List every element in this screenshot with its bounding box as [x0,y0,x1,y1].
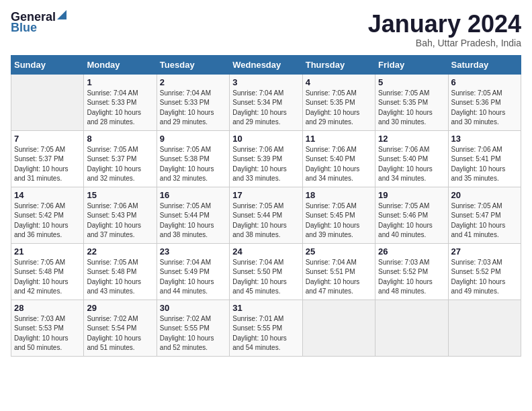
calendar-table: SundayMondayTuesdayWednesdayThursdayFrid… [11,55,521,357]
day-number: 11 [306,134,372,144]
calendar-cell: 2Sunrise: 7:04 AM Sunset: 5:33 PM Daylig… [157,74,229,130]
day-info: Sunrise: 7:06 AM Sunset: 5:42 PM Dayligh… [14,201,81,240]
calendar-cell: 10Sunrise: 7:06 AM Sunset: 5:39 PM Dayli… [230,130,302,187]
calendar-cell: 27Sunrise: 7:03 AM Sunset: 5:52 PM Dayli… [448,243,521,300]
day-info: Sunrise: 7:04 AM Sunset: 5:34 PM Dayligh… [232,89,299,128]
day-info: Sunrise: 7:06 AM Sunset: 5:40 PM Dayligh… [378,145,445,184]
day-number: 10 [232,134,299,144]
day-number: 3 [232,77,299,87]
logo-blue: Blue [11,21,66,34]
calendar-cell: 12Sunrise: 7:06 AM Sunset: 5:40 PM Dayli… [375,130,448,187]
day-number: 20 [451,190,518,200]
day-info: Sunrise: 7:06 AM Sunset: 5:43 PM Dayligh… [87,201,153,240]
day-number: 31 [232,303,299,313]
page-header: General Blue January 2024 Bah, Uttar Pra… [11,11,521,48]
calendar-cell: 15Sunrise: 7:06 AM Sunset: 5:43 PM Dayli… [84,187,157,243]
calendar-cell: 24Sunrise: 7:04 AM Sunset: 5:50 PM Dayli… [230,243,302,300]
day-number: 12 [378,134,445,144]
day-number: 14 [14,190,81,200]
col-header-monday: Monday [84,55,157,74]
calendar-cell [448,300,521,356]
week-row-1: 7Sunrise: 7:05 AM Sunset: 5:37 PM Daylig… [11,130,521,187]
day-number: 8 [87,134,153,144]
calendar-cell: 1Sunrise: 7:04 AM Sunset: 5:33 PM Daylig… [84,74,157,130]
calendar-cell: 16Sunrise: 7:05 AM Sunset: 5:44 PM Dayli… [157,187,229,243]
day-info: Sunrise: 7:05 AM Sunset: 5:37 PM Dayligh… [87,145,153,184]
day-info: Sunrise: 7:05 AM Sunset: 5:38 PM Dayligh… [160,145,226,184]
calendar-cell: 11Sunrise: 7:06 AM Sunset: 5:40 PM Dayli… [302,130,375,187]
calendar-cell: 13Sunrise: 7:06 AM Sunset: 5:41 PM Dayli… [448,130,521,187]
day-number: 18 [306,190,372,200]
day-info: Sunrise: 7:01 AM Sunset: 5:55 PM Dayligh… [232,314,299,353]
day-number: 28 [14,303,81,313]
day-info: Sunrise: 7:03 AM Sunset: 5:53 PM Dayligh… [14,314,81,353]
day-number: 15 [87,190,153,200]
day-number: 21 [14,246,81,257]
day-number: 1 [87,77,153,87]
day-info: Sunrise: 7:03 AM Sunset: 5:52 PM Dayligh… [451,258,518,297]
day-number: 4 [306,77,372,87]
day-info: Sunrise: 7:06 AM Sunset: 5:39 PM Dayligh… [232,145,299,184]
calendar-cell [375,300,448,356]
day-info: Sunrise: 7:05 AM Sunset: 5:37 PM Dayligh… [14,145,81,184]
calendar-cell: 28Sunrise: 7:03 AM Sunset: 5:53 PM Dayli… [11,300,84,356]
calendar-cell: 14Sunrise: 7:06 AM Sunset: 5:42 PM Dayli… [11,187,84,243]
calendar-cell: 19Sunrise: 7:05 AM Sunset: 5:46 PM Dayli… [375,187,448,243]
week-row-4: 28Sunrise: 7:03 AM Sunset: 5:53 PM Dayli… [11,300,521,356]
day-number: 16 [160,190,226,200]
day-info: Sunrise: 7:06 AM Sunset: 5:40 PM Dayligh… [306,145,372,184]
location: Bah, Uttar Pradesh, India [368,38,521,48]
calendar-cell: 31Sunrise: 7:01 AM Sunset: 5:55 PM Dayli… [230,300,302,356]
day-number: 30 [160,303,226,313]
day-number: 24 [232,246,299,257]
day-info: Sunrise: 7:04 AM Sunset: 5:33 PM Dayligh… [160,89,226,128]
calendar-cell: 7Sunrise: 7:05 AM Sunset: 5:37 PM Daylig… [11,130,84,187]
day-info: Sunrise: 7:05 AM Sunset: 5:35 PM Dayligh… [306,89,372,128]
day-info: Sunrise: 7:04 AM Sunset: 5:49 PM Dayligh… [160,258,226,297]
day-info: Sunrise: 7:05 AM Sunset: 5:36 PM Dayligh… [451,89,518,128]
calendar-cell: 9Sunrise: 7:05 AM Sunset: 5:38 PM Daylig… [157,130,229,187]
day-info: Sunrise: 7:04 AM Sunset: 5:33 PM Dayligh… [87,89,153,128]
calendar-cell: 3Sunrise: 7:04 AM Sunset: 5:34 PM Daylig… [230,74,302,130]
day-number: 2 [160,77,226,87]
day-info: Sunrise: 7:05 AM Sunset: 5:48 PM Dayligh… [14,258,81,297]
title-block: January 2024 Bah, Uttar Pradesh, India [368,11,521,48]
calendar-cell: 17Sunrise: 7:05 AM Sunset: 5:44 PM Dayli… [230,187,302,243]
calendar-cell: 25Sunrise: 7:04 AM Sunset: 5:51 PM Dayli… [302,243,375,300]
day-number: 19 [378,190,445,200]
day-number: 23 [160,246,226,257]
calendar-cell [11,74,84,130]
logo: General Blue [11,11,66,34]
day-number: 7 [14,134,81,144]
day-info: Sunrise: 7:04 AM Sunset: 5:50 PM Dayligh… [232,258,299,297]
col-header-wednesday: Wednesday [230,55,302,74]
day-number: 9 [160,134,226,144]
week-row-2: 14Sunrise: 7:06 AM Sunset: 5:42 PM Dayli… [11,187,521,243]
day-info: Sunrise: 7:02 AM Sunset: 5:54 PM Dayligh… [87,314,153,353]
day-info: Sunrise: 7:05 AM Sunset: 5:44 PM Dayligh… [160,201,226,240]
day-info: Sunrise: 7:02 AM Sunset: 5:55 PM Dayligh… [160,314,226,353]
day-number: 6 [451,77,518,87]
day-info: Sunrise: 7:03 AM Sunset: 5:52 PM Dayligh… [378,258,445,297]
calendar-cell: 5Sunrise: 7:05 AM Sunset: 5:35 PM Daylig… [375,74,448,130]
day-number: 5 [378,77,445,87]
day-number: 27 [451,246,518,257]
col-header-saturday: Saturday [448,55,521,74]
calendar-cell: 20Sunrise: 7:05 AM Sunset: 5:47 PM Dayli… [448,187,521,243]
col-header-sunday: Sunday [11,55,84,74]
calendar-cell: 30Sunrise: 7:02 AM Sunset: 5:55 PM Dayli… [157,300,229,356]
week-row-3: 21Sunrise: 7:05 AM Sunset: 5:48 PM Dayli… [11,243,521,300]
day-info: Sunrise: 7:05 AM Sunset: 5:47 PM Dayligh… [451,201,518,240]
day-info: Sunrise: 7:05 AM Sunset: 5:44 PM Dayligh… [232,201,299,240]
calendar-cell: 21Sunrise: 7:05 AM Sunset: 5:48 PM Dayli… [11,243,84,300]
calendar-cell: 23Sunrise: 7:04 AM Sunset: 5:49 PM Dayli… [157,243,229,300]
calendar-cell: 18Sunrise: 7:05 AM Sunset: 5:45 PM Dayli… [302,187,375,243]
day-number: 13 [451,134,518,144]
month-title: January 2024 [368,11,521,38]
day-info: Sunrise: 7:05 AM Sunset: 5:46 PM Dayligh… [378,201,445,240]
calendar-cell [302,300,375,356]
day-number: 29 [87,303,153,313]
calendar-cell: 6Sunrise: 7:05 AM Sunset: 5:36 PM Daylig… [448,74,521,130]
calendar-cell: 4Sunrise: 7:05 AM Sunset: 5:35 PM Daylig… [302,74,375,130]
day-number: 17 [232,190,299,200]
